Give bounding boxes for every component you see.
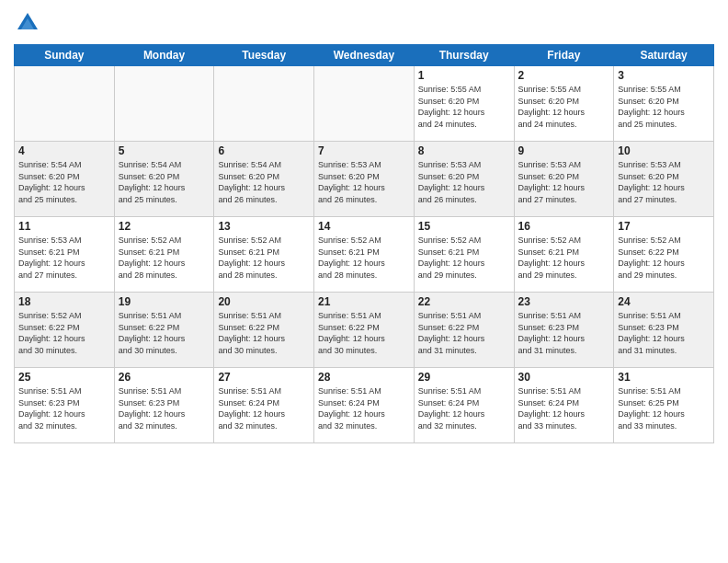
day-info: Sunrise: 5:54 AM Sunset: 6:20 PM Dayligh… bbox=[218, 159, 310, 205]
day-cell: 26Sunrise: 5:51 AM Sunset: 6:23 PM Dayli… bbox=[114, 368, 214, 443]
day-info: Sunrise: 5:53 AM Sunset: 6:20 PM Dayligh… bbox=[318, 159, 410, 205]
day-number: 15 bbox=[418, 220, 510, 233]
header-day-wednesday: Wednesday bbox=[314, 45, 415, 66]
day-number: 25 bbox=[18, 371, 110, 384]
day-info: Sunrise: 5:52 AM Sunset: 6:21 PM Dayligh… bbox=[318, 235, 410, 281]
day-cell: 13Sunrise: 5:52 AM Sunset: 6:21 PM Dayli… bbox=[214, 217, 314, 293]
header-day-friday: Friday bbox=[514, 45, 614, 66]
day-number: 4 bbox=[18, 144, 110, 157]
day-info: Sunrise: 5:53 AM Sunset: 6:21 PM Dayligh… bbox=[18, 235, 110, 281]
day-number: 17 bbox=[618, 220, 710, 233]
day-number: 28 bbox=[318, 371, 410, 384]
day-cell: 6Sunrise: 5:54 AM Sunset: 6:20 PM Daylig… bbox=[214, 142, 314, 217]
day-cell: 31Sunrise: 5:51 AM Sunset: 6:25 PM Dayli… bbox=[614, 368, 714, 443]
day-cell bbox=[114, 66, 214, 142]
day-info: Sunrise: 5:51 AM Sunset: 6:25 PM Dayligh… bbox=[618, 385, 710, 431]
day-number: 3 bbox=[618, 69, 710, 82]
calendar-body: 1Sunrise: 5:55 AM Sunset: 6:20 PM Daylig… bbox=[15, 66, 714, 443]
day-info: Sunrise: 5:51 AM Sunset: 6:22 PM Dayligh… bbox=[218, 310, 310, 356]
day-number: 10 bbox=[618, 144, 710, 157]
day-number: 5 bbox=[119, 144, 210, 157]
day-number: 16 bbox=[518, 220, 610, 233]
day-cell: 15Sunrise: 5:52 AM Sunset: 6:21 PM Dayli… bbox=[414, 217, 514, 293]
day-info: Sunrise: 5:51 AM Sunset: 6:22 PM Dayligh… bbox=[119, 310, 210, 356]
day-number: 18 bbox=[18, 295, 110, 308]
calendar-header: SundayMondayTuesdayWednesdayThursdayFrid… bbox=[15, 45, 714, 66]
day-number: 9 bbox=[518, 144, 610, 157]
day-info: Sunrise: 5:52 AM Sunset: 6:21 PM Dayligh… bbox=[518, 235, 610, 281]
day-info: Sunrise: 5:55 AM Sunset: 6:20 PM Dayligh… bbox=[618, 84, 710, 130]
day-cell: 2Sunrise: 5:55 AM Sunset: 6:20 PM Daylig… bbox=[514, 66, 614, 142]
day-number: 30 bbox=[518, 371, 610, 384]
day-number: 6 bbox=[218, 144, 310, 157]
page: SundayMondayTuesdayWednesdayThursdayFrid… bbox=[0, 0, 728, 563]
day-number: 23 bbox=[518, 295, 610, 308]
logo bbox=[14, 9, 45, 37]
header-day-monday: Monday bbox=[114, 45, 214, 66]
day-info: Sunrise: 5:51 AM Sunset: 6:24 PM Dayligh… bbox=[218, 385, 310, 431]
day-number: 14 bbox=[318, 220, 410, 233]
day-number: 26 bbox=[119, 371, 210, 384]
day-info: Sunrise: 5:51 AM Sunset: 6:24 PM Dayligh… bbox=[418, 385, 510, 431]
day-cell: 30Sunrise: 5:51 AM Sunset: 6:24 PM Dayli… bbox=[514, 368, 614, 443]
day-info: Sunrise: 5:55 AM Sunset: 6:20 PM Dayligh… bbox=[518, 84, 610, 130]
day-info: Sunrise: 5:51 AM Sunset: 6:23 PM Dayligh… bbox=[518, 310, 610, 356]
day-info: Sunrise: 5:51 AM Sunset: 6:23 PM Dayligh… bbox=[18, 385, 110, 431]
header-row: SundayMondayTuesdayWednesdayThursdayFrid… bbox=[15, 45, 714, 66]
day-number: 1 bbox=[418, 69, 510, 82]
day-cell: 17Sunrise: 5:52 AM Sunset: 6:22 PM Dayli… bbox=[614, 217, 714, 293]
day-cell: 7Sunrise: 5:53 AM Sunset: 6:20 PM Daylig… bbox=[314, 142, 415, 217]
header-day-tuesday: Tuesday bbox=[214, 45, 314, 66]
day-number: 19 bbox=[119, 295, 210, 308]
day-info: Sunrise: 5:53 AM Sunset: 6:20 PM Dayligh… bbox=[618, 159, 710, 205]
day-cell: 25Sunrise: 5:51 AM Sunset: 6:23 PM Dayli… bbox=[15, 368, 115, 443]
day-info: Sunrise: 5:54 AM Sunset: 6:20 PM Dayligh… bbox=[18, 159, 110, 205]
day-info: Sunrise: 5:53 AM Sunset: 6:20 PM Dayligh… bbox=[418, 159, 510, 205]
day-number: 7 bbox=[318, 144, 410, 157]
day-info: Sunrise: 5:52 AM Sunset: 6:22 PM Dayligh… bbox=[618, 235, 710, 281]
day-info: Sunrise: 5:51 AM Sunset: 6:22 PM Dayligh… bbox=[318, 310, 410, 356]
day-cell: 1Sunrise: 5:55 AM Sunset: 6:20 PM Daylig… bbox=[414, 66, 514, 142]
header bbox=[14, 9, 714, 37]
day-cell: 21Sunrise: 5:51 AM Sunset: 6:22 PM Dayli… bbox=[314, 293, 415, 368]
day-info: Sunrise: 5:55 AM Sunset: 6:20 PM Dayligh… bbox=[418, 84, 510, 130]
day-cell: 28Sunrise: 5:51 AM Sunset: 6:24 PM Dayli… bbox=[314, 368, 415, 443]
day-info: Sunrise: 5:51 AM Sunset: 6:24 PM Dayligh… bbox=[518, 385, 610, 431]
day-cell bbox=[214, 66, 314, 142]
week-row-3: 11Sunrise: 5:53 AM Sunset: 6:21 PM Dayli… bbox=[15, 217, 714, 293]
day-cell: 5Sunrise: 5:54 AM Sunset: 6:20 PM Daylig… bbox=[114, 142, 214, 217]
day-cell: 20Sunrise: 5:51 AM Sunset: 6:22 PM Dayli… bbox=[214, 293, 314, 368]
day-number: 22 bbox=[418, 295, 510, 308]
day-cell bbox=[15, 66, 115, 142]
day-cell: 18Sunrise: 5:52 AM Sunset: 6:22 PM Dayli… bbox=[15, 293, 115, 368]
week-row-5: 25Sunrise: 5:51 AM Sunset: 6:23 PM Dayli… bbox=[15, 368, 714, 443]
header-day-sunday: Sunday bbox=[15, 45, 115, 66]
day-cell: 14Sunrise: 5:52 AM Sunset: 6:21 PM Dayli… bbox=[314, 217, 415, 293]
day-info: Sunrise: 5:52 AM Sunset: 6:21 PM Dayligh… bbox=[418, 235, 510, 281]
day-cell: 29Sunrise: 5:51 AM Sunset: 6:24 PM Dayli… bbox=[414, 368, 514, 443]
day-cell: 10Sunrise: 5:53 AM Sunset: 6:20 PM Dayli… bbox=[614, 142, 714, 217]
day-info: Sunrise: 5:52 AM Sunset: 6:21 PM Dayligh… bbox=[119, 235, 210, 281]
day-info: Sunrise: 5:52 AM Sunset: 6:21 PM Dayligh… bbox=[218, 235, 310, 281]
day-cell: 12Sunrise: 5:52 AM Sunset: 6:21 PM Dayli… bbox=[114, 217, 214, 293]
day-number: 8 bbox=[418, 144, 510, 157]
day-info: Sunrise: 5:54 AM Sunset: 6:20 PM Dayligh… bbox=[119, 159, 210, 205]
header-day-saturday: Saturday bbox=[614, 45, 714, 66]
day-cell bbox=[314, 66, 415, 142]
day-number: 2 bbox=[518, 69, 610, 82]
day-number: 12 bbox=[119, 220, 210, 233]
header-day-thursday: Thursday bbox=[414, 45, 514, 66]
day-cell: 11Sunrise: 5:53 AM Sunset: 6:21 PM Dayli… bbox=[15, 217, 115, 293]
day-info: Sunrise: 5:51 AM Sunset: 6:23 PM Dayligh… bbox=[618, 310, 710, 356]
day-number: 13 bbox=[218, 220, 310, 233]
day-info: Sunrise: 5:51 AM Sunset: 6:24 PM Dayligh… bbox=[318, 385, 410, 431]
day-number: 11 bbox=[18, 220, 110, 233]
day-number: 29 bbox=[418, 371, 510, 384]
week-row-2: 4Sunrise: 5:54 AM Sunset: 6:20 PM Daylig… bbox=[15, 142, 714, 217]
day-number: 20 bbox=[218, 295, 310, 308]
day-cell: 3Sunrise: 5:55 AM Sunset: 6:20 PM Daylig… bbox=[614, 66, 714, 142]
day-cell: 22Sunrise: 5:51 AM Sunset: 6:22 PM Dayli… bbox=[414, 293, 514, 368]
day-info: Sunrise: 5:52 AM Sunset: 6:22 PM Dayligh… bbox=[18, 310, 110, 356]
day-number: 27 bbox=[218, 371, 310, 384]
day-info: Sunrise: 5:51 AM Sunset: 6:22 PM Dayligh… bbox=[418, 310, 510, 356]
